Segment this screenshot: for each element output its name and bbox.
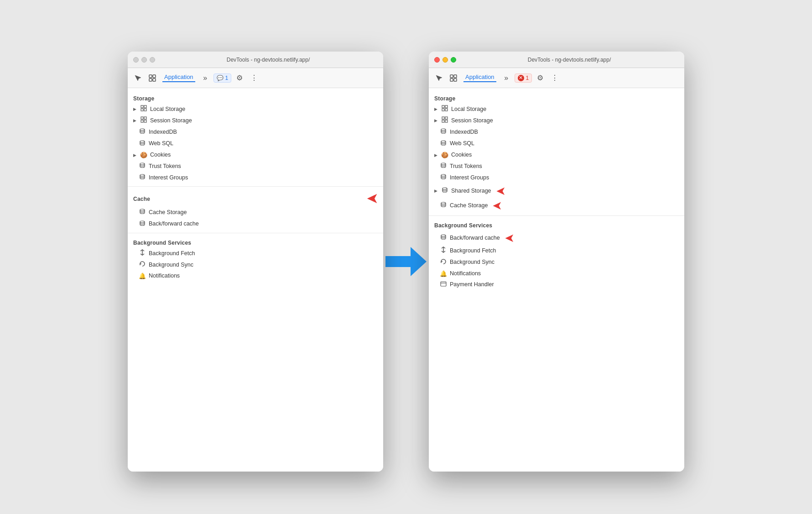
left-badge-icon: 💬	[217, 75, 224, 81]
right-tl-close[interactable]	[434, 57, 440, 63]
svg-rect-5	[144, 105, 146, 108]
left-interest-groups[interactable]: Interest Groups	[128, 172, 383, 184]
left-traffic-lights	[133, 57, 155, 63]
left-web-sql-icon	[139, 140, 146, 148]
left-cache-storage[interactable]: Cache Storage	[128, 207, 383, 218]
right-notifications[interactable]: 🔔 Notifications	[429, 268, 684, 279]
svg-point-33	[441, 141, 446, 142]
right-background-fetch-icon	[440, 247, 447, 255]
left-more-button[interactable]: ⋮	[248, 72, 260, 84]
right-interest-groups-icon	[440, 173, 447, 182]
left-badge-button[interactable]: 💬 1	[213, 73, 232, 83]
right-more-button[interactable]: ⋮	[548, 72, 561, 84]
left-local-storage-arrow: ▶	[133, 106, 136, 112]
left-background-fetch[interactable]: Background Fetch	[128, 248, 383, 259]
right-trust-tokens-label: Trust Tokens	[450, 163, 482, 171]
left-trust-tokens-icon	[139, 162, 146, 171]
right-indexeddb[interactable]: IndexedDB	[429, 126, 684, 138]
left-notifications-icon: 🔔	[139, 272, 146, 280]
right-web-sql[interactable]: Web SQL	[429, 138, 684, 150]
right-tab-application[interactable]: Application	[463, 73, 496, 82]
left-web-sql-label: Web SQL	[149, 140, 173, 148]
right-tl-max[interactable]	[451, 57, 456, 63]
right-background-header: Background Services	[429, 219, 684, 231]
left-layers-icon[interactable]	[146, 72, 159, 84]
svg-rect-23	[454, 79, 457, 81]
svg-rect-6	[141, 109, 143, 111]
left-cookies-label: Cookies	[150, 151, 171, 159]
between-arrow	[383, 243, 429, 280]
right-payment-handler[interactable]: Payment Handler	[429, 279, 684, 290]
right-badge-button[interactable]: ✕ 1	[515, 73, 532, 83]
right-more-tabs[interactable]: »	[500, 72, 513, 84]
right-backforward-cache[interactable]: Back/forward cache ➤	[429, 231, 684, 245]
right-session-storage-arrow: ▶	[434, 118, 437, 124]
left-backforward-cache[interactable]: Back/forward cache	[128, 219, 383, 230]
right-cache-storage-annotation: ➤	[492, 199, 502, 211]
left-tl-max[interactable]	[150, 57, 155, 63]
svg-rect-40	[441, 282, 446, 286]
svg-rect-21	[454, 75, 457, 78]
svg-point-36	[442, 188, 447, 189]
left-cookies[interactable]: ▶ 🍪 Cookies	[128, 150, 383, 161]
right-background-fetch[interactable]: Background Fetch	[429, 245, 684, 257]
left-more-tabs[interactable]: »	[199, 72, 212, 84]
left-trust-tokens[interactable]: Trust Tokens	[128, 161, 383, 172]
right-shared-storage-annotation: ➤	[496, 185, 506, 197]
left-background-sync[interactable]: Background Sync	[128, 259, 383, 271]
right-badge-icon: ✕	[518, 75, 524, 81]
right-trust-tokens-icon	[440, 162, 447, 171]
left-cache-storage-label: Cache Storage	[149, 209, 187, 217]
left-tl-close[interactable]	[133, 57, 139, 63]
svg-rect-22	[450, 79, 453, 81]
blue-arrow-svg	[385, 243, 427, 280]
right-backforward-cache-icon	[440, 234, 447, 242]
right-notifications-label: Notifications	[450, 270, 481, 278]
svg-rect-3	[153, 79, 156, 81]
right-tl-min[interactable]	[442, 57, 448, 63]
svg-point-15	[140, 174, 145, 176]
left-background-sync-label: Background Sync	[149, 261, 193, 269]
left-tab-application[interactable]: Application	[162, 73, 195, 82]
left-backforward-cache-label: Back/forward cache	[149, 220, 199, 228]
right-payment-handler-label: Payment Handler	[450, 281, 494, 289]
right-local-storage[interactable]: ▶ Local Storage	[429, 104, 684, 115]
right-cookies[interactable]: ▶ 🍪 Cookies	[429, 150, 684, 161]
right-background-sync-label: Background Sync	[450, 258, 494, 267]
right-interest-groups[interactable]: Interest Groups	[429, 172, 684, 184]
right-select-icon[interactable]	[432, 72, 445, 84]
right-background-sync-icon	[440, 258, 447, 267]
left-background-fetch-icon	[139, 249, 146, 258]
left-local-storage-label: Local Storage	[150, 105, 185, 114]
left-gear-button[interactable]: ⚙	[233, 72, 246, 84]
svg-point-12	[140, 129, 145, 131]
right-indexeddb-label: IndexedDB	[450, 128, 478, 136]
left-indexeddb[interactable]: IndexedDB	[128, 126, 383, 138]
left-indexeddb-icon	[139, 128, 146, 136]
right-local-storage-icon	[441, 105, 448, 114]
left-select-icon[interactable]	[131, 72, 144, 84]
right-layers-icon[interactable]	[447, 72, 460, 84]
right-badge-count: 1	[526, 75, 529, 81]
right-indexeddb-icon	[440, 128, 447, 136]
svg-rect-24	[442, 105, 444, 108]
right-background-sync[interactable]: Background Sync	[429, 257, 684, 268]
left-web-sql[interactable]: Web SQL	[128, 138, 383, 150]
left-local-storage[interactable]: ▶ Local Storage	[128, 104, 383, 115]
right-session-storage[interactable]: ▶ Session Storage	[429, 115, 684, 126]
right-gear-button[interactable]: ⚙	[534, 72, 547, 84]
left-notifications[interactable]: 🔔 Notifications	[128, 271, 383, 282]
left-trust-tokens-label: Trust Tokens	[149, 163, 181, 171]
left-tl-min[interactable]	[141, 57, 147, 63]
right-shared-storage[interactable]: ▶ Shared Storage ➤	[429, 184, 684, 198]
right-session-storage-icon	[441, 116, 448, 125]
left-session-storage[interactable]: ▶ Session Storage	[128, 115, 383, 126]
right-window: DevTools - ng-devtools.netlify.app/ Appl…	[429, 52, 684, 472]
right-divider-1	[429, 215, 684, 216]
left-background-sync-icon	[139, 261, 146, 269]
svg-rect-7	[144, 109, 146, 111]
right-trust-tokens[interactable]: Trust Tokens	[429, 161, 684, 172]
right-storage-header: Storage	[429, 92, 684, 104]
right-cache-storage[interactable]: Cache Storage ➤	[429, 198, 684, 213]
right-local-storage-label: Local Storage	[451, 105, 486, 114]
